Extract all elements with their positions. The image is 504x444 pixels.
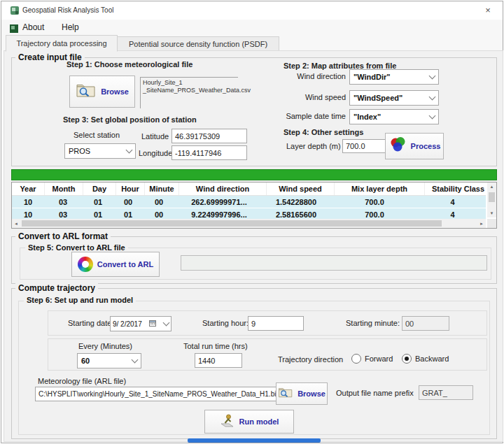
convert-to-arl-button[interactable]: Convert to ARL <box>71 252 160 277</box>
col-header-hour: Hour <box>116 182 145 195</box>
menu-help[interactable]: Help <box>59 22 82 33</box>
scroll-down-icon[interactable]: ▼ <box>487 209 496 217</box>
col-header-wind-direction: Wind direction <box>179 182 267 195</box>
longitude-label: Longitude <box>139 149 172 157</box>
step4-title: Step 4: Other settings <box>284 128 363 136</box>
chevron-down-icon <box>429 73 436 80</box>
menu-about[interactable]: About <box>20 22 47 33</box>
latitude-field[interactable]: 46.39175309 <box>172 129 247 143</box>
total-run-time-field[interactable]: 1440 <box>195 353 242 368</box>
scroll-left-icon[interactable]: ◄ <box>12 219 20 228</box>
col-header-stability-class: Stability Class <box>425 182 491 195</box>
col-header-minute: Minute <box>145 182 179 195</box>
vertical-scroll-thumb[interactable] <box>489 192 495 202</box>
folder-search-icon <box>76 82 97 102</box>
layer-depth-label: Layer depth (m) <box>286 142 341 150</box>
rainbow-ring-icon <box>78 257 93 272</box>
browse-meteorological-file-button[interactable]: Browse <box>69 76 135 108</box>
tab-trajectory-data-processing[interactable]: Trajectory data processing <box>6 35 118 52</box>
wind-direction-value: "WindDir" <box>354 73 391 81</box>
runner-icon <box>220 413 235 430</box>
cell-mix-layer-depth: 700.0 <box>330 196 419 208</box>
step6-title: Step 6: Set up and run model <box>24 296 136 304</box>
starting-minute-field[interactable]: 00 <box>402 316 449 331</box>
col-header-year: Year <box>12 182 45 195</box>
col-header-mix-layer-depth: Mix layer depth <box>335 182 425 195</box>
run-model-button-label: Run model <box>239 417 279 426</box>
col-header-wind-speed: Wind speed <box>267 182 335 195</box>
convert-progress-bar <box>181 255 487 271</box>
table-horizontal-scrollbar[interactable]: ◄ ► <box>12 219 486 228</box>
step3-title: Step 3: Set global position of station <box>63 115 197 124</box>
scroll-up-icon[interactable]: ▲ <box>487 182 496 191</box>
app-window: Geospatial Risk Analysis Tool × About He… <box>1 1 503 443</box>
table-header-row: Year Month Day Hour Minute Wind directio… <box>12 182 486 196</box>
meteorology-file-label: Meteorology file (ARL file) <box>38 377 126 385</box>
wind-direction-select[interactable]: "WindDir" <box>349 69 439 85</box>
step1-title: Step 1: Choose meteorological file <box>66 60 192 69</box>
weather-data-table: Year Month Day Hour Minute Wind directio… <box>11 182 497 229</box>
process-progress-bar <box>11 169 497 180</box>
table-row[interactable]: 10 03 01 00 00 262.69999971... 1.5422880… <box>12 196 486 208</box>
starting-hour-label: Starting hour: <box>202 319 248 327</box>
chosen-file-line1: Hourly_Site_1 <box>143 79 238 87</box>
starting-minute-label: Starting minute: <box>346 319 400 327</box>
browse-arl-file-button[interactable]: Browse <box>276 382 328 405</box>
wind-speed-label: Wind speed <box>281 93 346 101</box>
starting-hour-field[interactable]: 9 <box>248 316 304 331</box>
cell-month: 03 <box>44 196 82 208</box>
cell-wind-direction: 262.69999971... <box>176 196 262 208</box>
select-station-label: Select station <box>74 131 120 139</box>
taskbar-fragment <box>188 438 321 443</box>
sample-date-time-select[interactable]: "Index" <box>349 109 439 124</box>
radio-unchecked-icon <box>351 354 361 364</box>
cell-hour: 00 <box>114 196 142 208</box>
process-button[interactable]: Process <box>385 133 444 159</box>
wind-speed-select[interactable]: "WindSpeed" <box>349 90 439 106</box>
layer-depth-field[interactable]: 700.0 <box>342 139 387 153</box>
every-minutes-label: Every (Minutes) <box>78 342 132 350</box>
col-header-month: Month <box>45 182 83 195</box>
forward-radio[interactable]: Forward <box>351 354 393 364</box>
chevron-down-icon <box>429 113 436 120</box>
process-button-label: Process <box>411 142 441 150</box>
browse-arl-button-label: Browse <box>298 389 326 398</box>
trajectory-direction-label: Trajectory direction <box>278 355 343 364</box>
chevron-down-icon <box>163 320 170 327</box>
longitude-field[interactable]: -119.4117946 <box>172 145 247 160</box>
folder-search-icon <box>278 386 293 402</box>
compute-trajectory-title: Compute trajectory <box>15 283 98 293</box>
step5-title: Step 5: Convert to ARL file <box>25 243 128 252</box>
station-select[interactable]: PROS <box>64 143 136 159</box>
sample-date-time-value: "Index" <box>354 113 381 121</box>
cell-year: 10 <box>12 196 44 208</box>
output-prefix-field[interactable]: GRAT_ <box>419 385 473 400</box>
station-select-value: PROS <box>69 147 90 155</box>
col-header-day: Day <box>83 182 116 195</box>
convert-to-arl-button-label: Convert to ARL <box>97 260 153 268</box>
table-vertical-scrollbar[interactable]: ▲ ▼ <box>487 182 496 217</box>
run-model-button[interactable]: Run model <box>204 410 294 434</box>
output-prefix-label: Output file name prefix <box>336 389 414 397</box>
every-minutes-select[interactable]: 60 <box>77 353 141 368</box>
rgb-circles-icon <box>388 136 407 156</box>
about-icon <box>10 23 18 36</box>
starting-date-value: 9/ 2/2017 <box>113 320 142 328</box>
backward-radio-label: Backward <box>415 355 449 363</box>
menu-bar: About Help <box>1 20 503 35</box>
wind-direction-label: Wind direction <box>281 72 346 80</box>
scroll-right-icon[interactable]: ► <box>477 219 486 228</box>
close-icon[interactable]: × <box>479 3 497 17</box>
convert-arl-group-title: Convert to ARL format <box>15 231 111 241</box>
tab-psdf[interactable]: Potential source density function (PSDF) <box>117 36 279 52</box>
cell-day: 01 <box>82 196 114 208</box>
meteorology-file-field[interactable]: C:\HYSPLIT\working\Hourly_Site_1_SiteNam… <box>35 387 277 401</box>
chosen-file-name: Hourly_Site_1 _SiteName_PROS_Weather_Dat… <box>140 77 238 108</box>
browse-button-label: Browse <box>101 87 129 96</box>
latitude-label: Latitude <box>141 132 169 141</box>
horizontal-scroll-thumb[interactable] <box>22 220 442 227</box>
app-icon <box>10 6 20 18</box>
backward-radio[interactable]: Backward <box>402 354 449 364</box>
starting-date-picker[interactable]: 9/ 2/2017 <box>110 316 172 331</box>
wind-speed-value: "WindSpeed" <box>354 94 402 102</box>
